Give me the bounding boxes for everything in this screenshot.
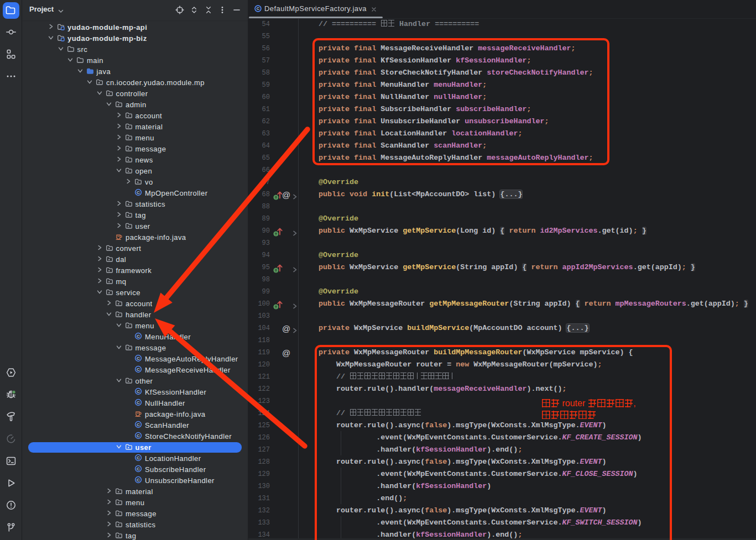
svg-text:C: C [137, 400, 140, 405]
svg-text:C: C [137, 422, 140, 427]
svg-text:C: C [137, 366, 140, 371]
svg-text:C: C [137, 455, 140, 460]
svg-text:C: C [137, 389, 140, 394]
svg-text:C: C [137, 433, 140, 438]
svg-text:C: C [137, 190, 140, 195]
svg-text:C: C [137, 333, 140, 338]
svg-text:C: C [137, 355, 140, 360]
svg-text:C: C [137, 466, 140, 471]
svg-text:C: C [257, 6, 260, 11]
svg-text:C: C [137, 477, 140, 482]
